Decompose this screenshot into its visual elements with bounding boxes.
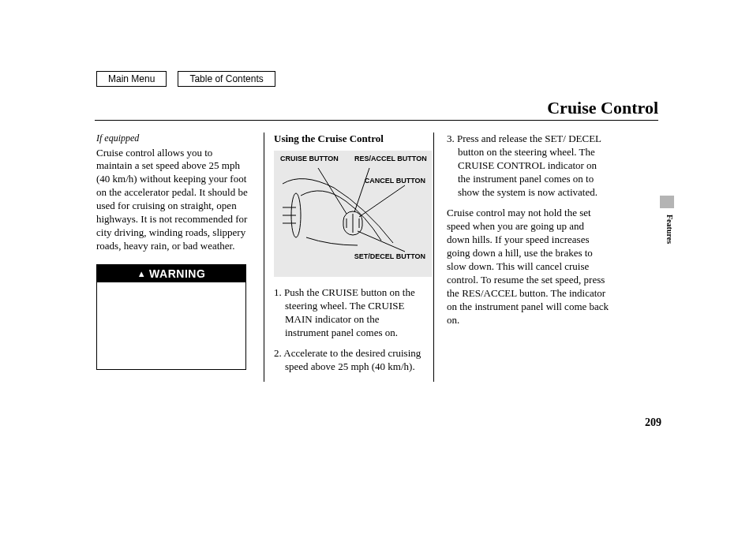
section-tab-marker: [660, 196, 674, 208]
using-cruise-control-heading: Using the Cruise Control: [274, 133, 424, 146]
table-of-contents-button[interactable]: Table of Contents: [178, 71, 275, 87]
content-columns: If equipped Cruise control allows you to…: [96, 133, 658, 382]
warning-triangle-icon: ▲: [137, 268, 146, 279]
title-rule: [95, 120, 658, 121]
section-tab-label: Features: [665, 215, 674, 244]
nav-button-row: Main Menu Table of Contents: [96, 71, 275, 87]
warning-body: [97, 282, 245, 369]
step-2: 2. Accelerate to the desired cruising sp…: [274, 347, 424, 374]
page-number: 209: [645, 416, 661, 429]
step-3: 3. Press and release the SET/ DECEL butt…: [447, 133, 609, 199]
diagram-label-res-accel-button: RES/ACCEL BUTTON: [354, 155, 427, 163]
column-2: Using the Cruise Control CRUISE BUTTON R…: [264, 133, 434, 382]
warning-label-text: WARNING: [149, 267, 205, 281]
diagram-label-cruise-button: CRUISE BUTTON: [280, 155, 339, 163]
intro-paragraph: Cruise control allows you to maintain a …: [96, 147, 249, 253]
column-3: 3. Press and release the SET/ DECEL butt…: [434, 133, 609, 382]
svg-line-7: [359, 185, 405, 217]
steps-list-col2: 1. Push the CRUISE button on the steerin…: [274, 286, 424, 374]
svg-line-8: [358, 231, 405, 252]
steps-list-col3: 3. Press and release the SET/ DECEL butt…: [447, 133, 609, 199]
warning-box: ▲ WARNING: [96, 264, 246, 370]
main-menu-button[interactable]: Main Menu: [96, 71, 167, 87]
warning-header: ▲ WARNING: [97, 265, 245, 282]
svg-line-6: [354, 168, 369, 212]
hills-paragraph: Cruise control may not hold the set spee…: [447, 207, 609, 327]
step-1: 1. Push the CRUISE button on the steerin…: [274, 286, 424, 340]
page-title: Cruise Control: [547, 98, 658, 118]
if-equipped-label: If equipped: [96, 133, 249, 145]
steering-wheel-line-art: [279, 168, 429, 263]
column-1: If equipped Cruise control allows you to…: [96, 133, 264, 382]
page-root: Main Menu Table of Contents Cruise Contr…: [0, 0, 753, 560]
steering-wheel-diagram: CRUISE BUTTON RES/ACCEL BUTTON CANCEL BU…: [274, 151, 432, 277]
